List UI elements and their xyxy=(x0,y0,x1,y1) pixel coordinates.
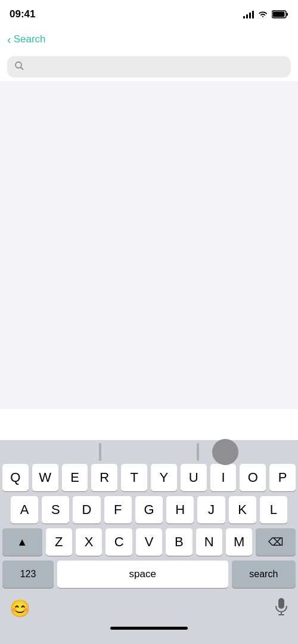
key-a[interactable]: A xyxy=(11,496,38,524)
key-search[interactable]: search xyxy=(232,561,296,588)
search-bar-container xyxy=(0,52,298,81)
key-v[interactable]: V xyxy=(136,528,162,556)
svg-line-4 xyxy=(21,67,23,70)
keyboard: Q W E R T Y U I O P A S D F G H J K L ▲ … xyxy=(0,440,298,644)
key-w[interactable]: W xyxy=(32,464,58,491)
key-j[interactable]: J xyxy=(197,496,225,524)
key-k[interactable]: K xyxy=(229,496,256,524)
keyboard-row-3: ▲ Z X C V B N M ⌫ xyxy=(0,528,298,556)
keyboard-drag-area xyxy=(0,440,298,464)
key-d[interactable]: D xyxy=(73,496,100,524)
nav-bar: ‹ Search xyxy=(0,26,298,52)
key-t[interactable]: T xyxy=(121,464,147,491)
key-b[interactable]: B xyxy=(166,528,192,556)
key-delete[interactable]: ⌫ xyxy=(256,528,296,556)
keyboard-row-4: 123 space search xyxy=(0,561,298,588)
status-icons xyxy=(243,10,288,18)
keyboard-bottom-bar: 😊 xyxy=(0,593,298,622)
key-q[interactable]: Q xyxy=(2,464,29,491)
keyboard-drag-circle[interactable] xyxy=(212,439,238,465)
key-z[interactable]: Z xyxy=(46,528,72,556)
key-r[interactable]: R xyxy=(91,464,117,491)
home-bar xyxy=(110,627,188,630)
keyboard-row-2: A S D F G H J K L xyxy=(0,496,298,524)
status-bar: 09:41 xyxy=(0,0,298,26)
mic-button[interactable] xyxy=(274,597,288,620)
back-button[interactable]: ‹ Search xyxy=(7,33,46,45)
key-f[interactable]: F xyxy=(104,496,132,524)
key-l[interactable]: L xyxy=(260,496,287,524)
wifi-icon xyxy=(257,10,268,18)
key-h[interactable]: H xyxy=(166,496,194,524)
key-s[interactable]: S xyxy=(42,496,69,524)
key-u[interactable]: U xyxy=(181,464,207,491)
keyboard-drag-pill xyxy=(99,443,101,461)
search-bar xyxy=(7,56,291,78)
back-chevron-icon: ‹ xyxy=(7,33,11,45)
search-icon xyxy=(14,61,24,73)
key-g[interactable]: G xyxy=(135,496,163,524)
home-indicator xyxy=(0,622,298,632)
key-y[interactable]: Y xyxy=(151,464,177,491)
key-i[interactable]: I xyxy=(210,464,237,491)
key-space[interactable]: space xyxy=(57,561,228,588)
key-p[interactable]: P xyxy=(269,464,296,491)
svg-rect-2 xyxy=(273,12,285,17)
key-numbers[interactable]: 123 xyxy=(2,561,54,588)
search-input[interactable] xyxy=(29,61,284,73)
svg-rect-5 xyxy=(278,598,284,609)
key-c[interactable]: C xyxy=(105,528,132,556)
key-o[interactable]: O xyxy=(240,464,266,491)
keyboard-row-1: Q W E R T Y U I O P xyxy=(0,464,298,491)
key-shift[interactable]: ▲ xyxy=(2,528,42,556)
emoji-button[interactable]: 😊 xyxy=(10,599,30,618)
signal-icon xyxy=(243,10,254,18)
battery-icon xyxy=(272,10,288,18)
keyboard-drag-pill2 xyxy=(197,443,199,461)
status-time: 09:41 xyxy=(10,8,35,20)
content-area xyxy=(0,81,298,409)
key-n[interactable]: N xyxy=(196,528,222,556)
key-e[interactable]: E xyxy=(62,464,88,491)
svg-rect-1 xyxy=(287,13,288,16)
back-label: Search xyxy=(14,33,46,45)
key-m[interactable]: M xyxy=(226,528,252,556)
key-x[interactable]: X xyxy=(76,528,102,556)
